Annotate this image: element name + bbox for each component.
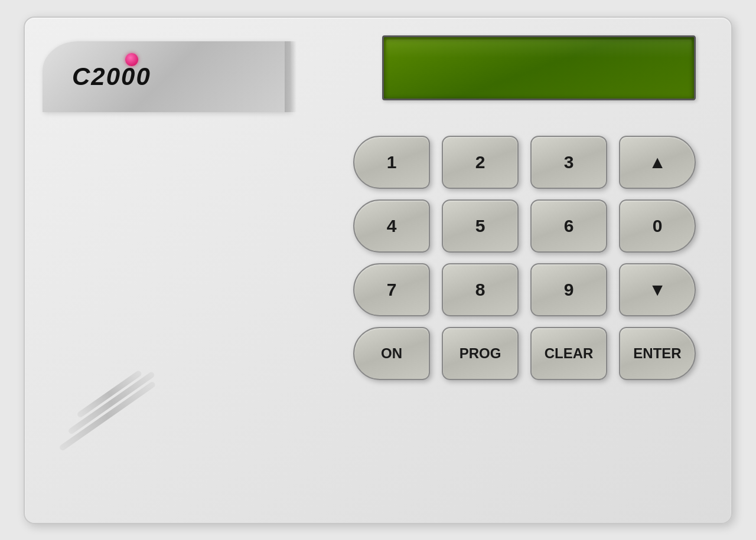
keypad-row-2: 4 5 6 0 bbox=[353, 199, 696, 253]
key-clear[interactable]: CLEAR bbox=[530, 327, 607, 380]
key-9[interactable]: 9 bbox=[530, 263, 607, 316]
lcd-display bbox=[382, 35, 696, 100]
indicator-light bbox=[125, 53, 138, 66]
deco-line-2 bbox=[67, 371, 155, 435]
key-7[interactable]: 7 bbox=[353, 263, 430, 316]
key-5[interactable]: 5 bbox=[442, 199, 519, 253]
key-0[interactable]: 0 bbox=[619, 199, 696, 253]
key-6[interactable]: 6 bbox=[530, 199, 607, 253]
alarm-panel: C2000 1 2 3 ▲ 4 5 6 0 7 8 9 ▼ bbox=[24, 17, 732, 524]
brand-name: C2000 bbox=[72, 63, 151, 91]
keypad-row-1: 1 2 3 ▲ bbox=[353, 136, 696, 189]
key-enter[interactable]: ENTER bbox=[619, 327, 696, 380]
key-prog[interactable]: PROG bbox=[442, 327, 519, 380]
key-4[interactable]: 4 bbox=[353, 199, 430, 253]
keypad-row-4: ON PROG CLEAR ENTER bbox=[353, 327, 696, 380]
brand-tab: C2000 bbox=[43, 41, 291, 112]
key-down[interactable]: ▼ bbox=[619, 263, 696, 316]
key-up[interactable]: ▲ bbox=[619, 136, 696, 189]
decorative-lines bbox=[60, 413, 175, 452]
key-1[interactable]: 1 bbox=[353, 136, 430, 189]
key-8[interactable]: 8 bbox=[442, 263, 519, 316]
header-panel: C2000 bbox=[60, 35, 696, 100]
key-2[interactable]: 2 bbox=[442, 136, 519, 189]
keypad: 1 2 3 ▲ 4 5 6 0 7 8 9 ▼ ON PROG CLEAR EN… bbox=[353, 136, 696, 380]
key-on[interactable]: ON bbox=[353, 327, 430, 380]
key-3[interactable]: 3 bbox=[530, 136, 607, 189]
keypad-row-3: 7 8 9 ▼ bbox=[353, 263, 696, 316]
